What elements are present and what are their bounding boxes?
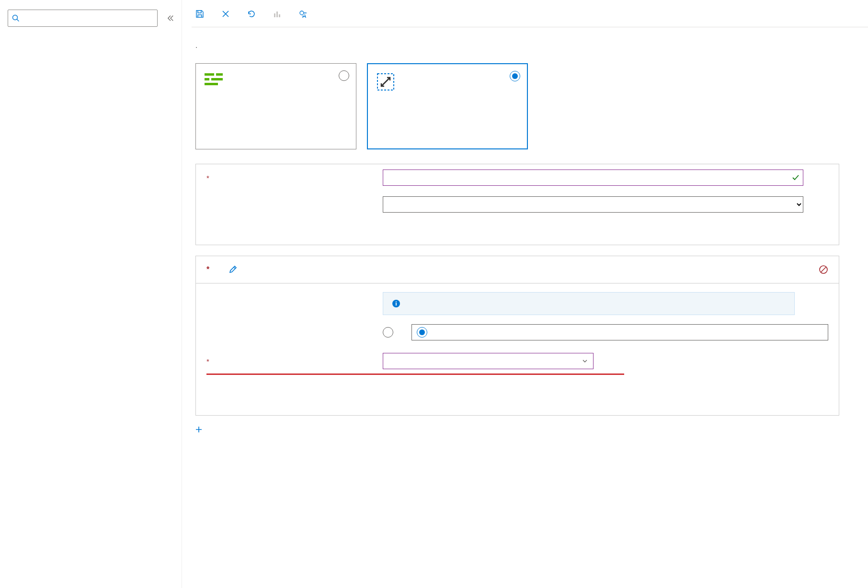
sidebar <box>0 0 182 588</box>
scale-specific-radio[interactable] <box>411 324 828 340</box>
search-input[interactable] <box>8 10 158 27</box>
setting-name-input[interactable] <box>383 170 803 186</box>
disable-button[interactable] <box>819 265 828 274</box>
svg-rect-4 <box>205 73 214 76</box>
chevron-down-icon <box>582 358 588 364</box>
resource-group-select[interactable] <box>383 196 803 213</box>
discard-button[interactable] <box>221 10 234 18</box>
discard-icon <box>221 10 230 18</box>
svg-rect-7 <box>211 78 223 80</box>
cond-instance-count-select[interactable] <box>383 353 594 369</box>
svg-rect-8 <box>205 83 218 85</box>
collapse-sidebar-button[interactable] <box>167 15 174 22</box>
edit-condition-button[interactable] <box>228 265 237 274</box>
search-field[interactable] <box>23 14 153 22</box>
logs-button[interactable] <box>273 10 286 18</box>
scale-metric-radio[interactable] <box>383 327 397 338</box>
setting-name-label: * <box>206 174 383 182</box>
default-condition-panel: * i <box>195 256 839 416</box>
block-icon <box>819 265 828 274</box>
refresh-button[interactable] <box>247 10 260 18</box>
svg-point-3 <box>300 11 304 15</box>
svg-rect-5 <box>216 73 223 76</box>
custom-autoscale-icon <box>377 73 395 91</box>
feedback-button[interactable] <box>299 10 311 18</box>
save-icon <box>195 10 204 18</box>
svg-rect-1 <box>276 11 278 17</box>
highlight-line <box>206 373 624 375</box>
manual-scale-icon <box>205 72 223 90</box>
custom-autoscale-card[interactable] <box>367 63 528 149</box>
feedback-icon <box>299 10 308 18</box>
logs-icon <box>273 10 282 18</box>
pencil-icon <box>228 265 237 274</box>
search-icon <box>12 14 20 22</box>
cond-instance-count-label: * <box>206 357 383 365</box>
add-scale-condition-link[interactable] <box>195 426 839 433</box>
description-text: . <box>195 40 839 51</box>
default-header: * <box>206 265 209 274</box>
delete-warning-info: i <box>383 292 795 315</box>
main-content: . <box>182 0 868 588</box>
svg-rect-6 <box>205 78 209 80</box>
manual-radio[interactable] <box>339 70 349 81</box>
plus-icon <box>195 426 202 433</box>
autoscale-settings-panel: * <box>195 164 839 245</box>
refresh-icon <box>247 10 256 18</box>
save-button[interactable] <box>195 10 208 18</box>
info-icon: i <box>392 299 400 308</box>
svg-rect-0 <box>274 13 275 17</box>
checkmark-icon <box>792 174 799 181</box>
manual-scale-card[interactable] <box>195 63 356 149</box>
custom-radio[interactable] <box>510 71 520 81</box>
svg-rect-2 <box>279 14 280 17</box>
